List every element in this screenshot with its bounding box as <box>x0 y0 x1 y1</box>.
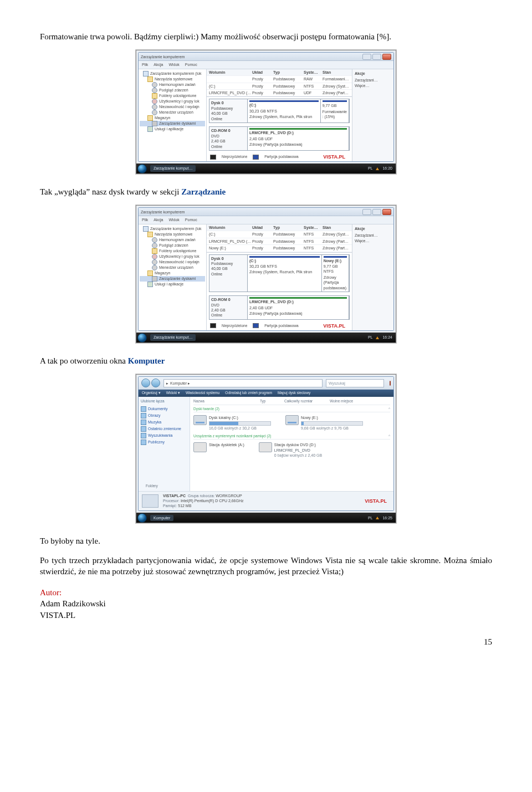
close-icon <box>382 54 391 60</box>
tree-icon <box>147 232 153 237</box>
tree-node[interactable]: Podgląd zdarzeń <box>140 243 205 248</box>
tree-node[interactable]: Magazyn <box>140 270 205 276</box>
tree-node[interactable]: Foldery udostępnione <box>140 248 205 254</box>
action-more[interactable]: Więce… <box>355 238 391 243</box>
menu-action[interactable]: Akcja <box>154 62 163 67</box>
tree-node[interactable]: Usługi i aplikacje <box>140 126 205 132</box>
favorite-link[interactable]: Publiczny <box>141 439 187 446</box>
favorite-link[interactable]: Dokumenty <box>141 406 187 412</box>
menu-help[interactable]: Pomoc <box>185 217 197 222</box>
tree-node[interactable]: Harmonogram zadań <box>140 237 205 243</box>
cmd-organize[interactable]: Organizuj ▾ <box>142 391 161 396</box>
min-icon <box>362 54 371 60</box>
tree-node[interactable]: Harmonogram zadań <box>140 82 205 88</box>
tree-nav[interactable]: Zarządzanie komputerem (lokNarzędzia sys… <box>139 224 207 330</box>
search-input[interactable]: Wyszukaj <box>326 379 384 387</box>
menu-view[interactable]: Widok <box>168 62 179 67</box>
tree-icon <box>147 282 153 287</box>
tree-node[interactable]: Zarządzanie komputerem (lok <box>140 71 205 76</box>
tree-node[interactable]: Niezawodność i wydajn <box>140 104 205 110</box>
tree-node[interactable]: Zarządzanie dyskami <box>140 121 205 126</box>
disk-0-block[interactable]: Dysk 0 Podstawowy 40,00 GB Online (C:) 3… <box>209 99 350 123</box>
tree-node[interactable]: Magazyn <box>140 115 205 121</box>
tree-icon <box>152 93 157 99</box>
command-bar: Organizuj ▾ Widoki ▾ Właściwości systemu… <box>139 390 393 397</box>
action-link[interactable]: Zarządzani… <box>355 233 391 238</box>
folders-label[interactable]: Foldery <box>146 484 158 489</box>
tree-node[interactable]: Narzędzia systemowe <box>140 76 205 82</box>
fav-icon <box>141 426 146 432</box>
tree-node[interactable]: Menedżer urządzeń <box>140 265 205 270</box>
columns-header: NazwaTypCałkowity rozmiarWolne miejsce <box>193 398 390 405</box>
menu-view[interactable]: Widok <box>168 217 179 222</box>
menu-help[interactable]: Pomoc <box>185 62 197 67</box>
partition-c[interactable]: (C:) 30,23 GB NTFS Zdrowy (System, Rozru… <box>248 255 322 292</box>
action-link[interactable]: Zarządzani… <box>355 78 391 83</box>
grid-row[interactable]: LRMCFRE_PL_DVD (D:)ProstyPodstawowyUDFZd… <box>207 90 352 96</box>
window-title: Zarządzanie komputerem <box>141 210 185 214</box>
drive-c[interactable]: Dysk lokalny (C:) 16,0 GB wolnych z 30,2… <box>193 415 271 431</box>
tree-node[interactable]: Zarządzanie dyskami <box>140 276 205 282</box>
menu-file[interactable]: Plik <box>142 217 148 222</box>
cdrom-block[interactable]: CD-ROM 0 DVD 2,40 GB Online LRMCFRE_PL_D… <box>209 126 350 151</box>
menu-file[interactable]: Plik <box>142 62 148 67</box>
favorite-link[interactable]: Wyszukiwania <box>141 432 187 439</box>
taskbar[interactable]: Zarządzanie komput… PL16:24 <box>136 333 396 343</box>
tree-node[interactable]: Usługi i aplikacje <box>140 282 205 287</box>
action-more[interactable]: Więce… <box>355 83 391 88</box>
grid-row[interactable]: (C:)ProstyPodstawowyNTFSZdrowy (System, … <box>207 83 352 90</box>
taskbar[interactable]: Zarządzanie komput… PL16:20 <box>136 163 396 173</box>
address-bar[interactable]: ▸Komputer ▸ <box>163 379 323 387</box>
section-hdd[interactable]: Dyski twarde (2)^ <box>193 407 390 412</box>
partition-e[interactable]: Nowy (E:) 9,77 GB NTFS Zdrowy (Partycja … <box>322 255 349 292</box>
grid-header: WoluminUkładTypSyste…Stan <box>207 69 352 76</box>
tree-nav[interactable]: Zarządzanie komputerem (lokNarzędzia sys… <box>139 69 207 161</box>
tree-node[interactable]: Menedżer urządzeń <box>140 110 205 115</box>
partition-dvd[interactable]: LRMCFRE_PL_DVD (D:) 2,40 GB UDF Zdrowy (… <box>248 127 349 150</box>
usage-bar-c <box>209 421 271 426</box>
nav-fwd-icon[interactable] <box>151 379 160 387</box>
favorite-link[interactable]: Ostatnio zmienione <box>141 426 187 432</box>
device-floppy[interactable]: Stacja dyskietek (A:) <box>193 442 244 458</box>
start-orb-icon[interactable] <box>137 164 147 173</box>
computer-icon <box>142 494 158 508</box>
tree-node[interactable]: Narzędzia systemowe <box>140 232 205 237</box>
grid-row[interactable]: (C:)ProstyPodstawowyNTFSZdrowy (System, … <box>207 231 352 238</box>
fav-icon <box>141 433 146 438</box>
hdd-icon <box>285 415 299 425</box>
menu-action[interactable]: Akcja <box>154 217 163 222</box>
partition-formatting[interactable]: 9,77 GB Formatowanie : (15%) <box>321 99 349 122</box>
tree-node[interactable]: Niezawodność i wydajn <box>140 259 205 265</box>
device-dvd[interactable]: Stacja dysków DVD (D:) LRMCFRE_PL_DVD 0 … <box>259 442 322 458</box>
tree-node[interactable]: Zarządzanie komputerem (lok <box>140 226 205 232</box>
drive-e[interactable]: Nowy (E:) 9,68 GB wolnych z 9,76 GB <box>285 415 363 431</box>
start-orb-icon[interactable] <box>137 513 147 523</box>
cdrom-block[interactable]: CD-ROM 0 DVD 2,40 GB Online LRMCFRE_PL_D… <box>209 295 350 320</box>
tree-node[interactable]: Użytkownicy i grupy lok <box>140 99 205 104</box>
fav-icon <box>141 440 146 445</box>
grid-row[interactable]: Nowy (E:)ProstyPodstawowyNTFSZdrowy (Par… <box>207 245 352 252</box>
nav-back-icon[interactable] <box>141 379 150 387</box>
start-orb-icon[interactable] <box>137 333 147 343</box>
partition-dvd[interactable]: LRMCFRE_PL_DVD (D:) 2,40 GB UDF Zdrowy (… <box>248 296 349 319</box>
favorite-link[interactable]: Muzyka <box>141 419 187 426</box>
chevron-up-icon[interactable]: ^ <box>388 434 390 439</box>
tree-node[interactable]: Podgląd zdarzeń <box>140 88 205 93</box>
taskbar[interactable]: Komputer PL16:25 <box>136 513 396 523</box>
partition-c[interactable]: (C:) 30,23 GB NTFS Zdrowy (System, Rozru… <box>248 99 321 122</box>
cmd-sysprops[interactable]: Właściwości systemu <box>186 391 219 396</box>
favorite-link[interactable]: Obrazy <box>141 412 187 419</box>
grid-row[interactable]: ProstyPodstawowyRAWFormatowanie : (15%) <box>207 76 352 83</box>
close-icon[interactable] <box>390 381 391 386</box>
tree-node[interactable]: Foldery udostępnione <box>140 93 205 99</box>
favorites-pane: Ulubione łącza DokumentyObrazyMuzykaOsta… <box>139 397 190 491</box>
cmd-mapdrive[interactable]: Mapuj dysk sieciowy <box>278 391 310 396</box>
cmd-uninstall[interactable]: Odinstaluj lub zmień program <box>225 391 272 396</box>
grid-row[interactable]: LRMCFRE_PL_DVD (D:)ProstyPodstawowyNTFSZ… <box>207 238 352 245</box>
tree-node[interactable]: Użytkownicy i grupy lok <box>140 254 205 259</box>
paragraph-4: To byłoby na tyle. <box>40 535 492 546</box>
disk-0-block[interactable]: Dysk 0 Podstawowy 40,00 GB Online (C:) 3… <box>209 254 350 293</box>
cmd-views[interactable]: Widoki ▾ <box>166 391 180 396</box>
section-removable[interactable]: Urządzenia z wymiennymi nośnikami pamięc… <box>193 434 390 440</box>
chevron-up-icon[interactable]: ^ <box>388 407 390 412</box>
